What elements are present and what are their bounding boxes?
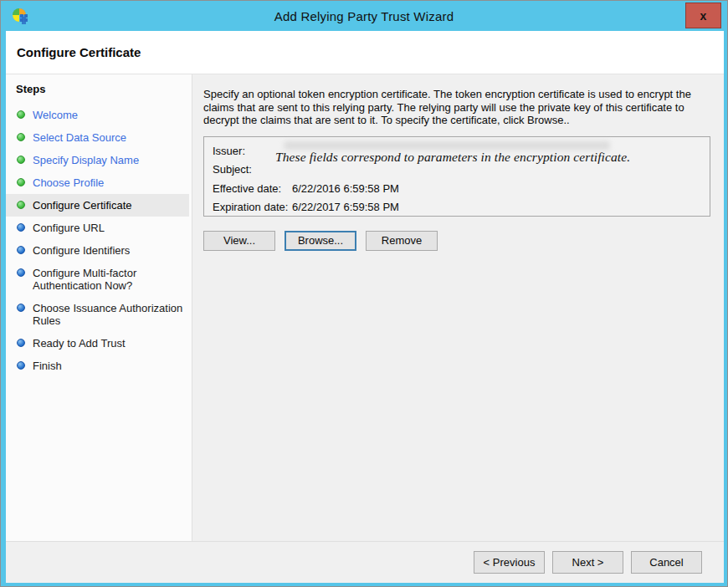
expiration-date-label: Expiration date: bbox=[213, 198, 292, 217]
step-status-icon bbox=[17, 246, 25, 254]
effective-date-value: 6/22/2016 6:59:58 PM bbox=[292, 180, 399, 199]
step-status-icon bbox=[17, 223, 25, 232]
window-title: Add Relying Party Trust Wizard bbox=[1, 9, 727, 23]
step-status-icon bbox=[17, 201, 25, 209]
step-status-icon bbox=[17, 133, 25, 141]
remove-button[interactable]: Remove bbox=[366, 231, 438, 251]
effective-date-label: Effective date: bbox=[213, 180, 292, 199]
step-ready-to-add-trust: Ready to Add Trust bbox=[6, 332, 189, 355]
step-status-icon bbox=[17, 156, 25, 164]
step-finish: Finish bbox=[6, 355, 189, 377]
certificate-actions: View... Browse... Remove bbox=[203, 231, 712, 251]
step-configure-identifiers: Configure Identifiers bbox=[6, 239, 189, 262]
previous-button[interactable]: < Previous bbox=[474, 551, 545, 574]
page-header: Configure Certificate bbox=[6, 31, 724, 74]
browse-button[interactable]: Browse... bbox=[285, 231, 356, 251]
certificate-details-box: Issuer: Subject: Effective date: 6/22/20… bbox=[203, 136, 710, 217]
expiration-date-row: Expiration date: 6/22/2017 6:59:58 PM bbox=[213, 198, 701, 217]
step-select-data-source[interactable]: Select Data Source bbox=[6, 126, 189, 149]
step-configure-url: Configure URL bbox=[6, 217, 189, 239]
wizard-body: Steps Welcome Select Data Source Specify… bbox=[6, 74, 724, 541]
step-choose-issuance-rules: Choose Issuance Authorization Rules bbox=[6, 297, 189, 332]
wizard-footer: < Previous Next > Cancel bbox=[6, 541, 724, 583]
step-choose-profile[interactable]: Choose Profile bbox=[6, 171, 189, 194]
step-configure-mfa: Configure Multi-factor Authentication No… bbox=[6, 262, 189, 297]
view-button[interactable]: View... bbox=[203, 231, 275, 251]
page-description: Specify an optional token encryption cer… bbox=[203, 88, 712, 127]
step-welcome[interactable]: Welcome bbox=[6, 104, 189, 126]
page-title: Configure Certificate bbox=[17, 45, 141, 59]
step-status-icon bbox=[17, 178, 25, 186]
title-bar: Add Relying Party Trust Wizard x bbox=[1, 1, 727, 31]
next-button[interactable]: Next > bbox=[552, 551, 623, 574]
main-panel: Specify an optional token encryption cer… bbox=[192, 74, 724, 541]
adfs-app-icon bbox=[11, 7, 31, 27]
step-configure-certificate: Configure Certificate bbox=[6, 194, 189, 217]
expiration-date-value: 6/22/2017 6:59:58 PM bbox=[292, 198, 399, 217]
step-status-icon bbox=[17, 339, 25, 347]
annotation-note: These fields correspond to parameters in… bbox=[275, 150, 702, 165]
wizard-window: Add Relying Party Trust Wizard x Configu… bbox=[0, 0, 728, 587]
effective-date-row: Effective date: 6/22/2016 6:59:58 PM bbox=[213, 180, 701, 199]
close-button[interactable]: x bbox=[685, 3, 721, 28]
steps-list: Welcome Select Data Source Specify Displ… bbox=[6, 104, 192, 377]
redacted-issuer-value bbox=[284, 141, 610, 150]
step-status-icon bbox=[17, 268, 25, 277]
step-status-icon bbox=[17, 110, 25, 119]
step-status-icon bbox=[17, 361, 25, 370]
step-specify-display-name[interactable]: Specify Display Name bbox=[6, 149, 189, 171]
steps-heading: Steps bbox=[6, 81, 192, 104]
steps-sidebar: Steps Welcome Select Data Source Specify… bbox=[6, 74, 192, 541]
step-status-icon bbox=[17, 304, 25, 312]
cancel-button[interactable]: Cancel bbox=[631, 551, 702, 574]
